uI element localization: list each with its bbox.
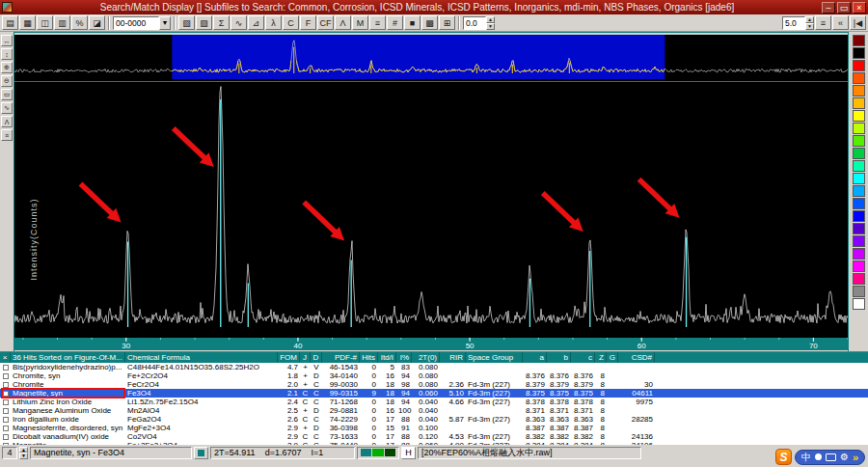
save-icon[interactable]: ▦ bbox=[19, 15, 36, 30]
column-header-15[interactable]: Z bbox=[595, 352, 607, 363]
threshold-spinbox[interactable]: 0.0 ▲▼ bbox=[463, 16, 495, 30]
rewind-icon[interactable]: |◀ bbox=[850, 15, 866, 30]
f-button[interactable]: F bbox=[300, 15, 316, 30]
settings-gear-icon[interactable]: ⚙ bbox=[840, 452, 849, 462]
overview-plot[interactable] bbox=[14, 35, 848, 79]
percent-icon[interactable]: % bbox=[71, 15, 88, 30]
table-row[interactable]: Magnesioferrite, disordered, synMgFe2+3O… bbox=[0, 424, 868, 432]
column-header-14[interactable]: c bbox=[571, 352, 595, 363]
sogou-logo-icon[interactable]: S bbox=[775, 449, 792, 465]
pdf-number-value[interactable]: 00-0000 bbox=[113, 16, 159, 30]
palette-swatch-4[interactable] bbox=[853, 85, 865, 96]
box-zoom-icon[interactable]: ▭ bbox=[1, 89, 13, 100]
print-icon[interactable]: ◫ bbox=[37, 15, 53, 30]
first-page-icon[interactable]: « bbox=[832, 15, 849, 30]
pdf-number-combo[interactable]: 00-0000 ▼ bbox=[113, 16, 171, 30]
column-header-4[interactable]: D bbox=[311, 352, 322, 363]
zoom-value[interactable]: 5.0 bbox=[782, 16, 805, 30]
row-checkbox[interactable] bbox=[0, 398, 11, 406]
select-all-checkbox[interactable]: × bbox=[0, 352, 11, 363]
main-plot-area[interactable]: Intensity(Counts) bbox=[14, 81, 848, 338]
marker-toggle-button[interactable] bbox=[194, 447, 208, 459]
column-header-8[interactable]: I% bbox=[396, 352, 412, 363]
palette-swatch-9[interactable] bbox=[853, 148, 865, 159]
zoom-in-icon[interactable]: ⊕ bbox=[1, 62, 13, 73]
lines-icon[interactable]: ≡ bbox=[815, 15, 831, 30]
threshold-spin-arrows[interactable]: ▲▼ bbox=[486, 16, 495, 30]
column-header-9[interactable]: 2T(0) bbox=[412, 352, 440, 363]
palette-swatch-14[interactable] bbox=[853, 210, 865, 222]
copy-icon[interactable]: ▥ bbox=[54, 15, 70, 30]
spin-down-icon[interactable]: ▼ bbox=[805, 23, 814, 30]
palette-swatch-19[interactable] bbox=[853, 273, 865, 285]
palette-swatch-6[interactable] bbox=[853, 110, 865, 122]
table-row[interactable]: Manganese Aluminum OxideMn2AlO42.5+D29-0… bbox=[0, 406, 868, 415]
palette-swatch-5[interactable] bbox=[853, 97, 865, 109]
overview-strip[interactable] bbox=[14, 35, 848, 81]
background-icon[interactable]: ⊿ bbox=[248, 15, 264, 30]
row-spinner[interactable]: ▲▼ bbox=[19, 447, 28, 459]
spin-up-icon[interactable]: ▲ bbox=[805, 16, 814, 23]
table-row[interactable]: Dicobalt vanadium(IV) oxideCo2VO42.9CC73… bbox=[0, 432, 868, 441]
palette-swatch-21[interactable] bbox=[853, 298, 865, 310]
palette-swatch-10[interactable] bbox=[853, 160, 865, 172]
match-icon[interactable]: M bbox=[352, 15, 368, 30]
threshold-value[interactable]: 0.0 bbox=[463, 16, 486, 30]
keyboard-icon[interactable] bbox=[826, 453, 836, 461]
grid-icon[interactable]: ▩ bbox=[421, 15, 438, 30]
palette-swatch-16[interactable] bbox=[853, 235, 865, 247]
zoom-spin-arrows[interactable]: ▲▼ bbox=[805, 16, 814, 30]
row-checkbox[interactable] bbox=[0, 363, 11, 371]
table-row[interactable]: Chromite, synFe+2Cr2O41.8+D34-0140016940… bbox=[0, 371, 868, 380]
moon-icon[interactable] bbox=[815, 453, 822, 460]
palette-swatch-13[interactable] bbox=[853, 198, 865, 209]
smooth-icon[interactable]: ∿ bbox=[231, 15, 247, 30]
zoom-out-icon[interactable]: ⊖ bbox=[1, 75, 13, 87]
maximize-button[interactable]: ▭ bbox=[837, 2, 851, 14]
palette-swatch-12[interactable] bbox=[853, 185, 865, 197]
row-checkbox[interactable] bbox=[0, 389, 11, 398]
table-row[interactable]: MagnetiteFe+2Fe2+3O42.9CC75-0449017880.0… bbox=[0, 441, 868, 445]
ime-language-icon[interactable]: 中 bbox=[801, 451, 811, 464]
column-header-11[interactable]: Space Group bbox=[466, 352, 523, 363]
row-checkbox[interactable] bbox=[0, 371, 11, 380]
sum-icon[interactable]: Σ bbox=[213, 15, 230, 30]
column-header-1[interactable]: Chemical Formula bbox=[125, 352, 278, 363]
column-header-7[interactable]: Itd/I bbox=[378, 352, 396, 363]
highlight-toggle-button[interactable]: H bbox=[401, 447, 416, 459]
column-header-17[interactable]: CSD# bbox=[618, 352, 655, 363]
column-header-3[interactable]: J bbox=[300, 352, 311, 363]
trace-icon[interactable]: ∿ bbox=[1, 102, 13, 114]
palette-swatch-7[interactable] bbox=[853, 123, 865, 134]
xrd-plot[interactable] bbox=[14, 82, 848, 339]
palette-swatch-3[interactable] bbox=[853, 72, 865, 84]
row-checkbox[interactable] bbox=[0, 441, 11, 445]
spin-up-icon[interactable]: ▲ bbox=[486, 16, 495, 23]
column-header-5[interactable]: PDF-# bbox=[322, 352, 360, 363]
column-header-12[interactable]: a bbox=[523, 352, 547, 363]
layers-icon[interactable]: ≡ bbox=[1, 129, 13, 141]
zoom-spinbox[interactable]: 5.0 ▲▼ bbox=[782, 16, 814, 30]
expand-arrows-icon[interactable]: » bbox=[853, 450, 858, 465]
column-header-10[interactable]: RIR bbox=[440, 352, 466, 363]
column-header-16[interactable]: G bbox=[607, 352, 618, 363]
chevron-down-icon[interactable]: ▼ bbox=[159, 16, 171, 30]
table-row[interactable]: Lithium Zinc Iron OxideLi1.5Zn.75Fe2.15O… bbox=[0, 398, 868, 406]
row-checkbox[interactable] bbox=[0, 415, 11, 424]
palette-swatch-20[interactable] bbox=[853, 286, 865, 297]
stack-icon[interactable]: ▨ bbox=[196, 15, 212, 30]
palette-swatch-1[interactable] bbox=[853, 47, 865, 59]
zoom-y-icon[interactable]: ↕ bbox=[1, 48, 13, 60]
row-checkbox[interactable] bbox=[0, 406, 11, 415]
hash-icon[interactable]: # bbox=[387, 15, 403, 30]
clear-icon[interactable]: ◪ bbox=[89, 15, 105, 30]
peak-icon[interactable]: Λ bbox=[1, 116, 13, 127]
row-checkbox[interactable] bbox=[0, 424, 11, 432]
palette-swatch-8[interactable] bbox=[853, 135, 865, 147]
row-checkbox[interactable] bbox=[0, 432, 11, 441]
list-icon[interactable]: ≡ bbox=[369, 15, 386, 30]
cf-button[interactable]: CF bbox=[317, 15, 334, 30]
table-row[interactable]: Iron digallium oxideFeGa2O42.6CC74-22290… bbox=[0, 415, 868, 424]
table-row[interactable]: Bis(pyridoxylidenehydrazino)p...C48H44Fe… bbox=[0, 363, 868, 371]
spin-down-icon[interactable]: ▼ bbox=[19, 453, 28, 459]
